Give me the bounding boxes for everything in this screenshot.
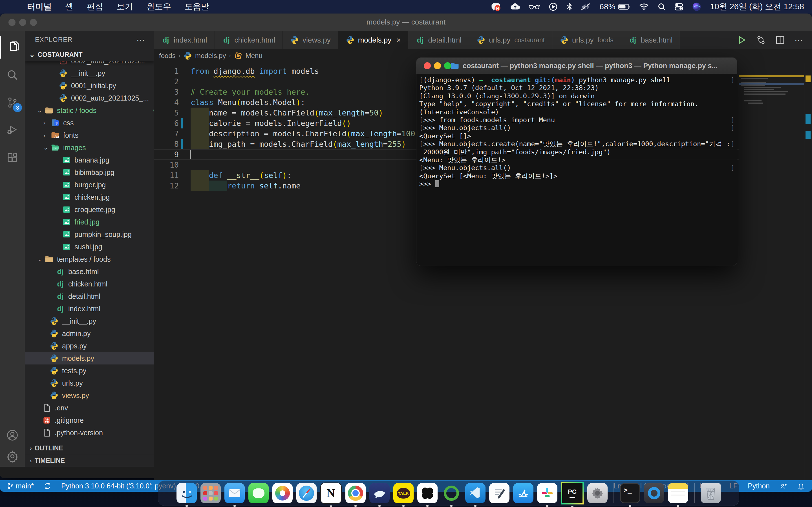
dock-app-trash[interactable] xyxy=(701,483,721,503)
tab-detail.html[interactable]: djdetail.html xyxy=(408,31,469,49)
tree-item-views.py[interactable]: views.py4, M xyxy=(25,389,154,402)
dock-app-whale[interactable] xyxy=(369,483,390,503)
git-branch-indicator[interactable]: main* xyxy=(7,482,34,490)
battery-indicator[interactable]: 68% xyxy=(599,1,630,12)
tree-item-images[interactable]: ⌄images xyxy=(25,142,154,154)
tree-item-0001_initial.py[interactable]: 0001_initial.py xyxy=(25,79,154,92)
section-timeline[interactable]: ›TIMELINE xyxy=(25,454,154,467)
explorer-button[interactable] xyxy=(0,36,26,59)
section-outline[interactable]: ›OUTLINE xyxy=(25,442,154,454)
tree-item-.gitignore[interactable]: .gitignore xyxy=(25,414,154,427)
dock-app-system-preferences[interactable] xyxy=(587,483,608,503)
run-button[interactable] xyxy=(737,35,747,45)
dock-app-messages[interactable] xyxy=(248,483,269,503)
breadcrumb-symbol[interactable]: Menu xyxy=(246,52,262,60)
dock-app-notion[interactable]: N xyxy=(320,483,342,504)
settings-gear-button[interactable] xyxy=(0,445,25,467)
tree-item-static---foods[interactable]: ⌄static / foods xyxy=(25,104,154,117)
spotlight-icon[interactable] xyxy=(658,1,666,12)
dock-app-chrome[interactable] xyxy=(345,483,366,503)
tree-item-sushi.jpg[interactable]: sushi.jpg xyxy=(25,240,154,253)
tree-item-croquette.jpg[interactable]: croquette.jpg xyxy=(25,203,154,216)
tree-item-pumpkin_soup.jpg[interactable]: pumpkin_soup.jpg xyxy=(25,228,154,240)
tree-item-__init__.py[interactable]: __init__.py xyxy=(25,67,154,79)
cloud-upload-icon[interactable] xyxy=(510,1,520,12)
volume-muted-icon[interactable] xyxy=(581,1,591,12)
sidebar-item-root-costaurant[interactable]: ⌄ COSTAURANT xyxy=(25,48,154,61)
dock-app-terminal[interactable]: >_ xyxy=(620,483,640,503)
close-tab-icon[interactable]: × xyxy=(396,36,401,45)
tree-item-__init__.py[interactable]: __init__.py xyxy=(25,315,154,327)
dock-app-notes[interactable] xyxy=(668,483,688,503)
notification-chat-icon[interactable]: N xyxy=(491,1,501,12)
menu-item-4[interactable]: 윈도우 xyxy=(147,2,171,11)
control-center-icon[interactable] xyxy=(674,1,683,12)
tree-item-base.html[interactable]: djbase.html xyxy=(25,265,154,278)
search-button[interactable] xyxy=(0,64,25,86)
tab-views.py[interactable]: views.py xyxy=(283,31,338,49)
feedback-button[interactable] xyxy=(780,483,787,490)
tree-item-detail.html[interactable]: djdetail.html xyxy=(25,290,154,302)
dock-app-green-ring-app[interactable] xyxy=(441,483,462,503)
tree-item-index.html[interactable]: djindex.html xyxy=(25,302,154,315)
tree-item-admin.py[interactable]: admin.py xyxy=(25,327,154,340)
breadcrumb-file[interactable]: models.py xyxy=(195,52,226,60)
notifications-button[interactable] xyxy=(797,483,805,490)
tab-base.html[interactable]: djbase.html xyxy=(621,31,680,49)
dock-app-photos[interactable] xyxy=(272,483,293,503)
tree-item-fried.jpg[interactable]: fried.jpgU xyxy=(25,216,154,228)
tab-models.py[interactable]: models.py× xyxy=(338,31,409,49)
dock-app-launchpad[interactable] xyxy=(200,483,221,503)
tree-item-templates---foods[interactable]: ⌄templates / foods xyxy=(25,253,154,265)
language-mode-indicator[interactable]: Python xyxy=(748,482,770,490)
minimize-window-button[interactable] xyxy=(434,62,441,69)
terminal-content[interactable]: [(django-envs) → costaurant git:(main) p… xyxy=(416,74,737,266)
tree-item-banana.jpg[interactable]: banana.jpg xyxy=(25,154,154,166)
tree-item-models.py[interactable]: models.py1, M xyxy=(25,352,154,364)
dock-app-safari[interactable] xyxy=(296,483,317,503)
menu-item-2[interactable]: 편집 xyxy=(87,2,103,11)
siri-icon[interactable] xyxy=(692,1,702,12)
tree-item-chicken.jpg[interactable]: chicken.jpg xyxy=(25,191,154,203)
dock-app-pycharm[interactable]: PC xyxy=(561,482,583,504)
dock-app-quicktime[interactable] xyxy=(644,483,664,503)
wifi-icon[interactable] xyxy=(639,1,649,12)
tree-item-chicken.html[interactable]: djchicken.html xyxy=(25,278,154,290)
menu-item-0[interactable]: 터미널 xyxy=(27,2,52,11)
dock-app-appstore[interactable] xyxy=(513,483,534,503)
more-actions-icon[interactable]: ⋯ xyxy=(795,35,804,45)
menu-item-1[interactable]: 셸 xyxy=(65,2,73,11)
dock-app-vscode[interactable] xyxy=(465,483,486,503)
breadcrumb-folder[interactable]: foods xyxy=(159,52,175,60)
tab-index.html[interactable]: djindex.html xyxy=(154,31,215,49)
tab-urls.py-costaurant[interactable]: urls.pycostaurant xyxy=(469,31,552,49)
tab-chicken.html[interactable]: djchicken.html xyxy=(215,31,283,49)
compare-changes-icon[interactable] xyxy=(756,35,766,45)
tree-item-fonts[interactable]: ›Aafonts xyxy=(25,129,154,142)
play-circle-icon[interactable] xyxy=(549,1,558,12)
dock-app-slack[interactable] xyxy=(537,483,557,503)
terminal-titlebar[interactable]: costaurant — python3 manage.py shell — p… xyxy=(416,58,737,74)
overview-ruler[interactable] xyxy=(804,62,812,480)
dock-app-mail[interactable] xyxy=(224,483,245,503)
explorer-more-actions-icon[interactable]: ⋯ xyxy=(137,35,146,45)
tree-item-urls.py[interactable]: urls.py xyxy=(25,377,154,389)
vscode-titlebar[interactable]: models.py — costaurant xyxy=(0,13,812,31)
tree-item-burger.jpg[interactable]: burger.jpg xyxy=(25,179,154,191)
source-control-button[interactable]: 3 xyxy=(0,91,25,114)
tab-urls.py-foods[interactable]: urls.pyfoods xyxy=(552,31,621,49)
glasses-icon[interactable] xyxy=(529,1,540,12)
dock-app-x-app[interactable] xyxy=(417,483,438,503)
dock-app-textedit[interactable] xyxy=(489,483,509,503)
dock-app-finder[interactable] xyxy=(176,483,197,503)
terminal-window[interactable]: costaurant — python3 manage.py shell — p… xyxy=(416,58,737,266)
minimap[interactable] xyxy=(739,62,804,480)
run-and-debug-button[interactable] xyxy=(0,119,25,142)
split-editor-icon[interactable] xyxy=(775,35,785,45)
bluetooth-icon[interactable] xyxy=(566,1,572,12)
tree-item-.python-version[interactable]: .python-version xyxy=(25,427,154,439)
sync-button[interactable] xyxy=(44,483,51,490)
tree-item-0002_auto_20211025_...[interactable]: 0002_auto_20211025_... xyxy=(25,92,154,104)
account-button[interactable] xyxy=(0,424,25,446)
tree-item-apps.py[interactable]: apps.py xyxy=(25,340,154,352)
